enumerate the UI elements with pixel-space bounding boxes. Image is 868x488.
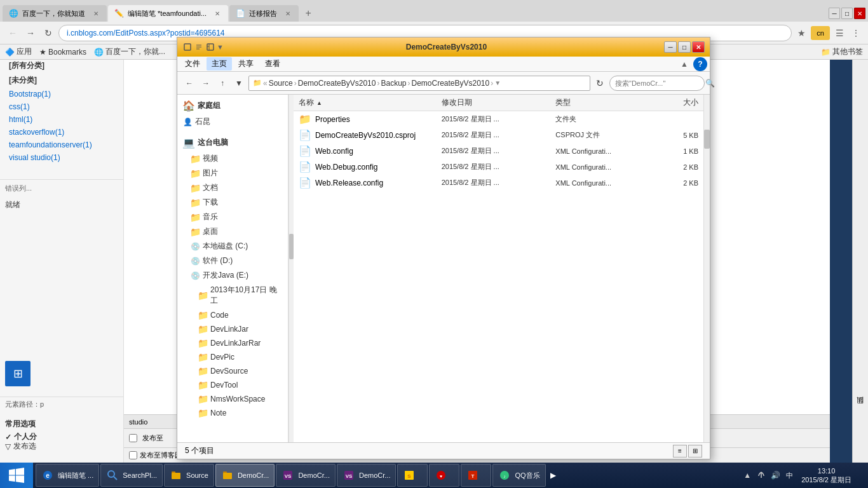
- sidebar-devlinkjarrar[interactable]: 📁 DevLinkJarRar: [177, 336, 288, 350]
- network-icon[interactable]: [756, 470, 767, 481]
- taskbar-extra3[interactable]: T: [461, 464, 491, 487]
- nav-forward-btn[interactable]: →: [199, 76, 213, 90]
- new-tab-button[interactable]: +: [300, 5, 316, 22]
- view-grid-btn[interactable]: ⊞: [688, 445, 702, 458]
- tab-close-1[interactable]: ✕: [92, 9, 100, 18]
- bookmark-apps[interactable]: 🔷 应用: [5, 46, 32, 57]
- refresh-btn[interactable]: ↻: [593, 76, 607, 90]
- start-button[interactable]: [0, 463, 33, 488]
- sidebar-scrollbar[interactable]: [288, 95, 294, 442]
- back-button[interactable]: ←: [5, 25, 20, 41]
- show-desktop-btn[interactable]: [858, 463, 863, 488]
- breadcrumb-demo1[interactable]: DemoCreateByVs2010: [298, 79, 376, 88]
- sidebar-downloads[interactable]: 📁 下载: [177, 195, 288, 210]
- taskbar-ie[interactable]: e 编辑随笔 ...: [36, 464, 99, 487]
- browser-close[interactable]: ✕: [854, 8, 865, 19]
- breadcrumb-backup[interactable]: Backup: [381, 79, 406, 88]
- forward-button[interactable]: →: [23, 25, 38, 41]
- nav-up-btn[interactable]: ↑: [215, 76, 229, 90]
- sidebar-2013[interactable]: 📁 2013年10月17日 晚 工: [177, 283, 288, 308]
- scrollbar-thumb[interactable]: [289, 234, 294, 259]
- qa-btn-2[interactable]: [194, 42, 204, 52]
- sidebar-devlinkjar[interactable]: 📁 DevLinkJar: [177, 322, 288, 336]
- taskbar-demo2[interactable]: VS DemoCr...: [276, 464, 336, 487]
- sidebar-devpic[interactable]: 📁 DevPic: [177, 350, 288, 364]
- bookmark-star-list[interactable]: ★ Bookmarks: [39, 48, 86, 57]
- tab-close-3[interactable]: ✕: [283, 9, 292, 18]
- browser-tab-3[interactable]: 📄 迁移报告 ✕: [229, 5, 299, 22]
- sidebar-music[interactable]: 📁 音乐: [177, 210, 288, 224]
- publish-homepage-checkbox[interactable]: [129, 451, 137, 459]
- bookmark-other[interactable]: 📁 其他书签: [821, 46, 863, 57]
- file-row-webconfig[interactable]: 📄 Web.config 2015/8/2 星期日 ... XML Config…: [294, 143, 703, 159]
- cat-css[interactable]: css(1): [0, 100, 123, 113]
- taskbar-extra2[interactable]: ♥: [429, 464, 459, 487]
- sidebar-pictures[interactable]: 📁 图片: [177, 166, 288, 180]
- qa-btn-1[interactable]: [182, 42, 193, 52]
- taskbar-qq-music[interactable]: ♪ QQ音乐: [492, 464, 545, 487]
- taskbar-extra1[interactable]: S: [397, 464, 428, 487]
- file-row-properties[interactable]: 📁 Properties 2015/8/2 星期日 ... 文件夹: [294, 111, 703, 127]
- reload-button[interactable]: ↻: [41, 25, 56, 41]
- taskbar-expand-btn[interactable]: ▶: [547, 471, 560, 480]
- file-row-webdebug[interactable]: 📄 Web.Debug.config 2015/8/2 星期日 ... XML …: [294, 159, 703, 175]
- browser-tab-1[interactable]: 🌐 百度一下，你就知道 ✕: [3, 5, 107, 22]
- browser-tab-2[interactable]: ✏️ 编辑随笔 *teamfoundati... ✕: [108, 5, 228, 22]
- menu-view[interactable]: 查看: [260, 57, 285, 71]
- menu-collapse-btn[interactable]: ▲: [681, 60, 688, 69]
- sidebar-nmsworkspace[interactable]: 📁 NmsWorkSpace: [177, 392, 288, 406]
- tab-close-2[interactable]: ✕: [213, 9, 222, 18]
- breadcrumb-expand[interactable]: ▼: [494, 79, 501, 86]
- nav-recent-btn[interactable]: ▼: [232, 76, 246, 90]
- bookmark-baidu[interactable]: 🌐 百度一下，你就...: [94, 46, 165, 57]
- other-btn[interactable]: ⋮: [849, 26, 863, 40]
- cat-bootstrap[interactable]: Bootstrap(1): [0, 88, 123, 100]
- explorer-scrollbar-thumb[interactable]: [704, 130, 710, 149]
- nav-back-btn[interactable]: ←: [182, 76, 196, 90]
- file-row-csproj[interactable]: 📄 DemoCreateByVs2010.csproj 2015/8/2 星期日…: [294, 127, 703, 143]
- breadcrumb-demo2[interactable]: DemoCreateByVs2010: [411, 79, 489, 88]
- sidebar-documents[interactable]: 📁 文档: [177, 180, 288, 195]
- team-btn[interactable]: 团队: [853, 407, 868, 412]
- qa-dropdown[interactable]: ▼: [217, 43, 224, 51]
- cat-all[interactable]: [所有分类]: [0, 58, 123, 73]
- search-input[interactable]: [615, 79, 703, 87]
- ime-icon[interactable]: 中: [783, 470, 795, 481]
- publish-checkbox[interactable]: [129, 434, 137, 442]
- browser-minimize[interactable]: ─: [829, 8, 840, 19]
- breadcrumb-source[interactable]: Source: [269, 79, 293, 88]
- search-icon[interactable]: 🔍: [705, 79, 715, 88]
- sidebar-devtool[interactable]: 📁 DevTool: [177, 378, 288, 392]
- system-clock[interactable]: 13:10 2015/8/2 星期日: [797, 466, 855, 484]
- menu-file[interactable]: 文件: [180, 57, 205, 71]
- taskbar-demo1[interactable]: DemoCr...: [215, 464, 275, 487]
- cat-teamfoundation[interactable]: teamfoundationserver(1): [0, 139, 123, 151]
- menu-share[interactable]: 共享: [233, 57, 259, 71]
- settings-icon[interactable]: ☰: [832, 26, 846, 40]
- cat-html[interactable]: html(1): [0, 113, 123, 126]
- sidebar-code[interactable]: 📁 Code: [177, 308, 288, 322]
- bookmark-star[interactable]: ★: [794, 26, 808, 40]
- view-list-btn[interactable]: ≡: [673, 445, 687, 458]
- help-button[interactable]: ?: [693, 57, 707, 71]
- taskbar-demo3[interactable]: VS DemoCr...: [337, 464, 397, 487]
- explorer-minimize-btn[interactable]: ─: [664, 41, 677, 53]
- menu-home[interactable]: 主页: [207, 57, 232, 71]
- browser-maximize[interactable]: □: [841, 8, 853, 19]
- sidebar-desktop[interactable]: 📁 桌面: [177, 224, 288, 239]
- col-header-name[interactable]: 名称 ▲: [299, 97, 442, 108]
- sidebar-note[interactable]: 📁 Note: [177, 406, 288, 420]
- cat-stackoverflow[interactable]: stackoverflow(1): [0, 126, 123, 139]
- volume-icon[interactable]: 🔊: [770, 470, 781, 481]
- taskbar-search[interactable]: SearchPl...: [100, 464, 163, 487]
- cat-visualstudio[interactable]: visual studio(1): [0, 151, 123, 164]
- sidebar-user[interactable]: 👤 石昆: [177, 114, 288, 129]
- explorer-maximize-btn[interactable]: □: [678, 41, 691, 53]
- tray-up-icon[interactable]: ▲: [742, 470, 753, 481]
- breadcrumb-bar[interactable]: 📁 « Source › DemoCreateByVs2010 › Backup…: [248, 76, 590, 91]
- sidebar-drive-d[interactable]: 💿 软件 (D:): [177, 254, 288, 268]
- col-header-type[interactable]: 类型: [555, 97, 641, 108]
- sidebar-videos[interactable]: 📁 视频: [177, 151, 288, 166]
- file-row-webrelease[interactable]: 📄 Web.Release.config 2015/8/2 星期日 ... XM…: [294, 175, 703, 191]
- col-header-size[interactable]: 大小: [641, 97, 698, 108]
